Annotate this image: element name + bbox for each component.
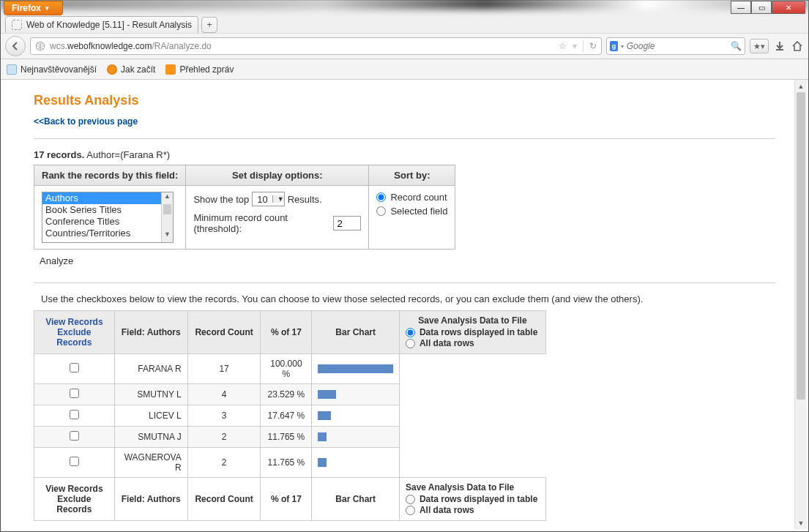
table-row: FARANA R17100.000 %	[34, 354, 546, 384]
field-option-conference[interactable]: Conference Titles	[42, 216, 173, 228]
threshold-label: Minimum record count (threshold):	[193, 212, 330, 234]
pct-cell: 100.000 %	[261, 354, 312, 384]
new-tab-button[interactable]: +	[201, 17, 217, 33]
threshold-input[interactable]	[333, 216, 361, 231]
col-bar: Bar Chart	[312, 311, 400, 354]
count-cell: 4	[187, 384, 261, 405]
count-cell: 17	[187, 354, 261, 384]
analyze-button[interactable]: Analyze	[40, 254, 73, 268]
exclude-records-link[interactable]: Exclude Records	[40, 327, 108, 348]
pct-cell: 17.647 %	[261, 405, 312, 427]
author-cell: SMUTNY L	[114, 384, 187, 405]
rss-icon	[165, 64, 176, 75]
globe-icon	[35, 41, 45, 51]
author-cell: LICEV L	[114, 405, 187, 427]
save-all-radio[interactable]	[406, 339, 415, 348]
rank-field-select[interactable]: Authors Book Series Titles Conference Ti…	[42, 192, 174, 243]
bookmark-most-visited[interactable]: Nejnavštěvovanější	[7, 64, 97, 75]
save-displayed-radio[interactable]	[406, 495, 415, 504]
col-field: Field: Authors	[114, 311, 187, 354]
search-icon[interactable]: 🔍	[731, 41, 742, 51]
instructions-text: Use the checkboxes below to view the rec…	[41, 293, 775, 304]
pct-cell: 11.765 %	[261, 448, 312, 478]
display-header: Set display options:	[186, 165, 369, 186]
row-checkbox[interactable]	[70, 363, 79, 372]
view-records-link[interactable]: View Records	[40, 317, 108, 327]
col-pct: % of 17	[261, 478, 312, 521]
sort-record-count-radio[interactable]	[376, 192, 386, 202]
firefox-label: Firefox	[12, 3, 41, 13]
bookmark-news[interactable]: Přehled zpráv	[165, 64, 234, 75]
divider	[34, 138, 775, 139]
pct-cell: 11.765 %	[261, 427, 312, 448]
downloads-button[interactable]	[773, 40, 786, 53]
count-cell: 2	[187, 427, 261, 448]
home-button[interactable]	[791, 40, 804, 53]
save-analysis-footer: Save Analysis Data to File Data rows dis…	[399, 478, 545, 521]
bar-chart-bar	[318, 390, 335, 399]
col-field: Field: Authors	[114, 478, 187, 521]
reload-icon[interactable]: ↻	[589, 41, 597, 51]
window-minimize-button[interactable]: —	[731, 1, 751, 14]
tab-title: Web of Knowledge [5.11] - Result Analysi…	[26, 20, 192, 30]
options-table: Rank the records by this field: Set disp…	[34, 165, 455, 250]
divider	[34, 282, 775, 283]
tab-favicon	[12, 20, 22, 30]
count-cell: 3	[187, 405, 261, 427]
url-text: wcs.webofknowledge.com/RA/analyze.do	[50, 41, 554, 51]
results-table: View Records Exclude Records Field: Auth…	[34, 310, 546, 521]
bookmarks-menu-button[interactable]: ★▾	[750, 39, 769, 53]
url-bar[interactable]: wcs.webofknowledge.com/RA/analyze.do ☆ ▾…	[30, 37, 602, 55]
field-option-authors[interactable]: Authors	[42, 192, 173, 204]
col-count: Record Count	[187, 478, 261, 521]
save-all-radio[interactable]	[406, 506, 415, 515]
col-pct: % of 17	[261, 311, 312, 354]
field-option-book-series[interactable]: Book Series Titles	[42, 204, 173, 216]
rank-header: Rank the records by this field:	[34, 165, 186, 186]
field-option-countries[interactable]: Countries/Territories	[42, 228, 173, 239]
bar-chart-bar	[318, 411, 331, 420]
table-row: SMUTNY L423.529 %	[34, 384, 546, 405]
col-bar: Bar Chart	[312, 478, 400, 521]
window-close-button[interactable]: ✕	[772, 1, 805, 14]
search-bar[interactable]: g ▾ 🔍	[606, 37, 745, 55]
table-row: SMUTNA J211.765 %	[34, 427, 546, 448]
folder-icon	[7, 64, 17, 75]
arrow-left-icon	[10, 41, 20, 51]
bookmark-star-icon[interactable]: ☆	[559, 41, 567, 51]
col-count: Record Count	[187, 311, 261, 354]
row-checkbox[interactable]	[70, 389, 79, 398]
sort-selected-field-radio[interactable]	[376, 206, 386, 216]
row-checkbox[interactable]	[70, 410, 79, 419]
window-maximize-button[interactable]: ▭	[751, 1, 772, 14]
scroll-down-button[interactable]: ▼	[795, 517, 807, 529]
back-to-previous-link[interactable]: <<Back to previous page	[34, 116, 138, 127]
sort-header: Sort by:	[369, 165, 455, 186]
row-checkbox[interactable]	[70, 457, 79, 466]
scroll-thumb[interactable]	[797, 92, 805, 400]
row-checkbox[interactable]	[70, 431, 79, 441]
browser-tab[interactable]: Web of Knowledge [5.11] - Result Analysi…	[5, 16, 198, 33]
bar-chart-bar	[318, 364, 393, 373]
records-summary: 17 records. Author=(Farana R*)	[34, 149, 775, 160]
back-button[interactable]	[5, 36, 26, 56]
bookmark-getting-started[interactable]: Jak začít	[107, 64, 155, 75]
table-row: WAGNEROVA R211.765 %	[34, 448, 546, 478]
view-records-link[interactable]: View Records	[45, 484, 102, 494]
table-row: LICEV L317.647 %	[34, 405, 546, 427]
bar-chart-bar	[318, 432, 327, 441]
vertical-scrollbar[interactable]: ▲ ▼	[794, 80, 807, 529]
show-top-label: Show the top	[193, 194, 249, 205]
google-icon: g	[610, 41, 618, 51]
count-cell: 2	[187, 448, 261, 478]
scroll-up-button[interactable]: ▲	[795, 80, 807, 92]
author-cell: WAGNEROVA R	[114, 448, 187, 478]
page-title: Results Analysis	[34, 93, 775, 108]
show-top-select[interactable]: 10▼	[252, 192, 284, 206]
exclude-records-link[interactable]: Exclude Records	[56, 494, 92, 514]
save-displayed-radio[interactable]	[406, 328, 415, 337]
save-analysis-header: Save Analysis Data to File Data rows dis…	[399, 311, 545, 354]
firefox-menu-button[interactable]: Firefox	[4, 1, 63, 15]
firefox-icon	[107, 64, 117, 75]
search-input[interactable]	[627, 41, 728, 51]
